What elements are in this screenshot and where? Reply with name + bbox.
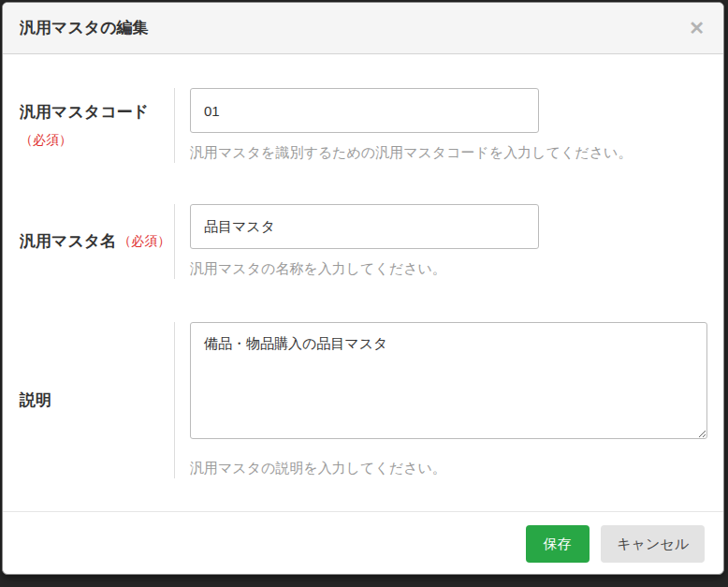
dialog-body: 汎用マスタコード （必須） 汎用マスタを識別するための汎用マスタコードを入力して… — [3, 54, 723, 511]
description-textarea[interactable]: 備品・物品購入の品目マスタ — [190, 322, 707, 439]
master-name-input[interactable] — [190, 204, 539, 249]
master-name-label: 汎用マスタ名（必須） — [20, 230, 174, 253]
description-label-group: 説明 — [20, 322, 174, 478]
form-row-master-code: 汎用マスタコード （必須） 汎用マスタを識別するための汎用マスタコードを入力して… — [20, 88, 707, 163]
master-code-label-group: 汎用マスタコード （必須） — [20, 88, 174, 163]
master-code-help-text: 汎用マスタを識別するための汎用マスタコードを入力してください。 — [190, 142, 707, 163]
form-row-description: 説明 備品・物品購入の品目マスタ 汎用マスタの説明を入力してください。 — [20, 322, 707, 478]
dialog-title: 汎用マスタの編集 — [20, 17, 149, 38]
master-code-label: 汎用マスタコード — [20, 101, 174, 124]
dialog-header: 汎用マスタの編集 ✕ — [3, 3, 723, 54]
save-button[interactable]: 保存 — [526, 525, 590, 563]
edit-general-master-dialog: 汎用マスタの編集 ✕ 汎用マスタコード （必須） 汎用マスタを識別するための汎用… — [2, 2, 724, 575]
master-name-label-group: 汎用マスタ名（必須） — [20, 204, 174, 279]
description-field-group: 備品・物品購入の品目マスタ 汎用マスタの説明を入力してください。 — [174, 322, 707, 478]
description-label: 説明 — [20, 389, 174, 412]
master-name-help-text: 汎用マスタの名称を入力してください。 — [190, 258, 707, 279]
master-name-field-group: 汎用マスタの名称を入力してください。 — [174, 204, 707, 279]
close-icon[interactable]: ✕ — [689, 19, 705, 37]
form-row-master-name: 汎用マスタ名（必須） 汎用マスタの名称を入力してください。 — [20, 204, 707, 279]
dialog-footer: 保存 キャンセル — [3, 511, 723, 575]
master-code-field-group: 汎用マスタを識別するための汎用マスタコードを入力してください。 — [174, 88, 707, 163]
master-code-required-badge: （必須） — [20, 129, 174, 150]
description-help-text: 汎用マスタの説明を入力してください。 — [190, 458, 707, 478]
master-code-input[interactable] — [190, 88, 539, 133]
master-name-required-badge: （必須） — [118, 233, 170, 248]
cancel-button[interactable]: キャンセル — [601, 525, 705, 563]
